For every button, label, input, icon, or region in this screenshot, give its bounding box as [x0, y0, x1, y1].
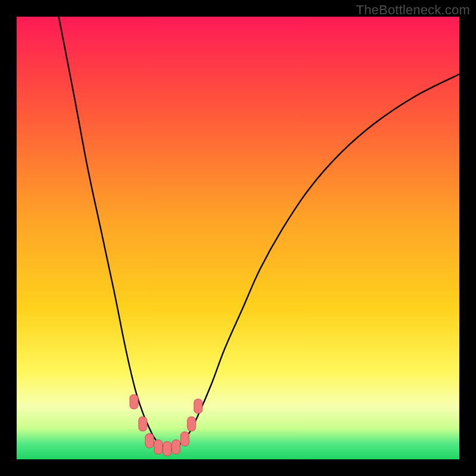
- watermark-text: TheBottleneck.com: [356, 2, 470, 18]
- curve-marker: [187, 416, 196, 431]
- curve-marker: [145, 434, 154, 448]
- curve-marker: [163, 441, 171, 456]
- plot-frame: [17, 17, 459, 459]
- curve-marker: [139, 416, 147, 431]
- gradient-background: [17, 17, 459, 459]
- curve-marker: [194, 399, 202, 414]
- curve-marker: [154, 440, 162, 454]
- curve-marker: [181, 432, 189, 446]
- curve-marker: [130, 394, 138, 409]
- curve-marker: [172, 440, 180, 454]
- bottleneck-curve-plot: [17, 17, 459, 459]
